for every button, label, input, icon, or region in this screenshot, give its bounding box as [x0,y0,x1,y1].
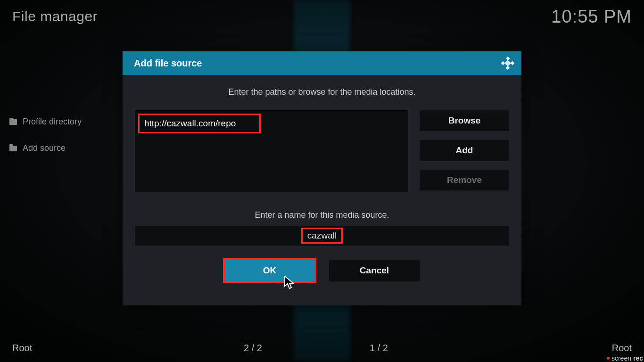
footer-right: Root [612,343,632,354]
paths-list[interactable]: http://cazwall.com/repo [135,110,408,192]
svg-rect-4 [504,60,511,66]
sidebar-item-add-source[interactable]: Add source [9,143,66,153]
kodi-icon [501,56,515,70]
source-name-input[interactable]: cazwall [135,226,509,246]
dialog-title: Add file source [134,58,202,69]
folder-icon [9,119,17,125]
clock: 10:55 PM [551,7,632,27]
page-title: File manager [12,8,98,25]
sidebar-item-label: Profile directory [23,117,82,127]
add-file-source-dialog: Add file source Enter the paths or brows… [123,51,521,305]
source-name-value: cazwall [301,228,343,244]
footer-left: Root [12,343,32,354]
record-dot-icon [607,357,610,360]
screenrec-brand2: rec [633,354,643,362]
dialog-titlebar: Add file source [123,51,521,75]
add-button[interactable]: Add [420,140,509,161]
name-prompt: Enter a name for this media source. [123,210,521,220]
screenrec-watermark: screenrec [607,354,643,362]
footer-count-left: 2 / 2 [244,343,262,354]
remove-button: Remove [420,170,509,190]
cancel-button[interactable]: Cancel [329,260,420,281]
sidebar-item-label: Add source [23,143,66,153]
footer-count-right: 1 / 2 [370,343,388,354]
sidebar-item-profile-directory[interactable]: Profile directory [9,117,82,127]
screenrec-brand1: screen [611,354,631,362]
browse-button[interactable]: Browse [420,110,509,131]
path-input[interactable]: http://cazwall.com/repo [138,114,261,133]
folder-icon [9,146,17,151]
ok-button[interactable]: OK [224,260,315,281]
paths-prompt: Enter the paths or browse for the media … [123,87,521,97]
